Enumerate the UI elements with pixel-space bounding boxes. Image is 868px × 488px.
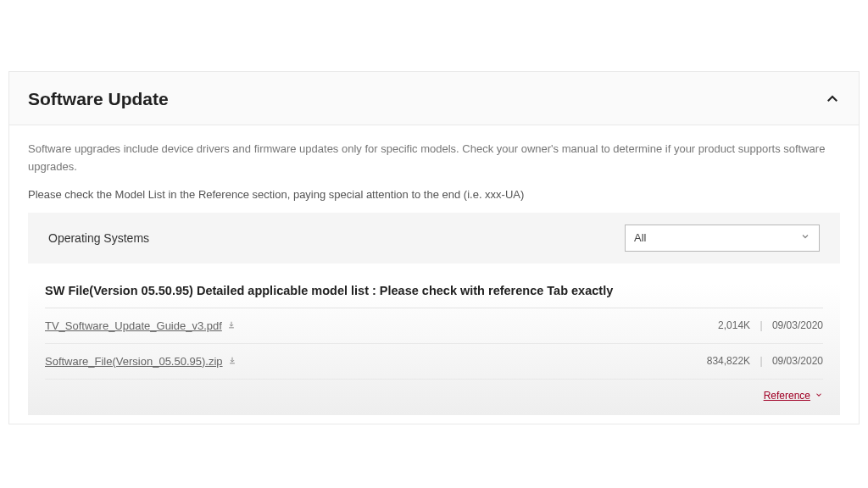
file-date: 09/03/2020 bbox=[772, 355, 823, 367]
os-select-value: All bbox=[634, 231, 646, 244]
panel-body: Software upgrades include device drivers… bbox=[9, 125, 859, 424]
download-icon bbox=[228, 355, 236, 368]
reference-label: Reference bbox=[764, 390, 810, 402]
file-date: 09/03/2020 bbox=[772, 319, 823, 331]
os-filter-bar: Operating Systems All bbox=[28, 213, 840, 263]
sw-content: SW File(Version 05.50.95) Detailed appli… bbox=[28, 284, 840, 415]
panel-description: Software upgrades include device drivers… bbox=[28, 141, 840, 176]
file-name: TV_Software_Update_Guide_v3.pdf bbox=[45, 319, 222, 332]
file-meta: 2,014K | 09/03/2020 bbox=[718, 319, 823, 331]
chevron-down-icon bbox=[815, 390, 823, 402]
panel-header[interactable]: Software Update bbox=[9, 72, 859, 125]
file-link-pdf[interactable]: TV_Software_Update_Guide_v3.pdf bbox=[45, 319, 236, 332]
separator: | bbox=[760, 319, 762, 331]
reference-row: Reference bbox=[45, 380, 823, 415]
software-update-panel: Software Update Software upgrades includ… bbox=[8, 71, 860, 424]
file-row: Software_File(Version_05.50.95).zip 834,… bbox=[45, 344, 823, 380]
file-size: 2,014K bbox=[718, 319, 750, 331]
file-row: TV_Software_Update_Guide_v3.pdf 2,014K |… bbox=[45, 308, 823, 344]
panel-note: Please check the Model List in the Refer… bbox=[28, 188, 840, 201]
panel-title: Software Update bbox=[28, 89, 169, 109]
separator: | bbox=[760, 355, 762, 367]
os-select[interactable]: All bbox=[625, 225, 820, 252]
file-size: 834,822K bbox=[707, 355, 750, 367]
os-label: Operating Systems bbox=[48, 231, 149, 245]
chevron-up-icon[interactable] bbox=[825, 92, 840, 107]
reference-link[interactable]: Reference bbox=[764, 390, 823, 402]
file-meta: 834,822K | 09/03/2020 bbox=[707, 355, 823, 367]
chevron-down-icon bbox=[800, 231, 810, 244]
download-icon bbox=[227, 319, 236, 332]
sw-header: SW File(Version 05.50.95) Detailed appli… bbox=[45, 284, 823, 308]
file-name: Software_File(Version_05.50.95).zip bbox=[45, 355, 223, 368]
file-link-zip[interactable]: Software_File(Version_05.50.95).zip bbox=[45, 355, 236, 368]
